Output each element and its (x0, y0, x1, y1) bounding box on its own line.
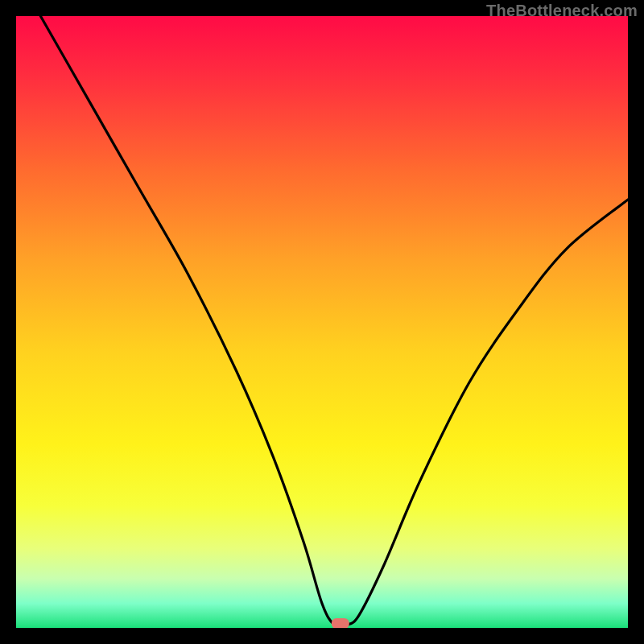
plot-area (16, 16, 628, 628)
gradient-background (16, 16, 628, 628)
chart-frame: TheBottleneck.com (0, 0, 644, 644)
watermark-label: TheBottleneck.com (486, 2, 638, 20)
bottleneck-chart (16, 16, 628, 628)
optimal-point-marker (332, 618, 349, 628)
